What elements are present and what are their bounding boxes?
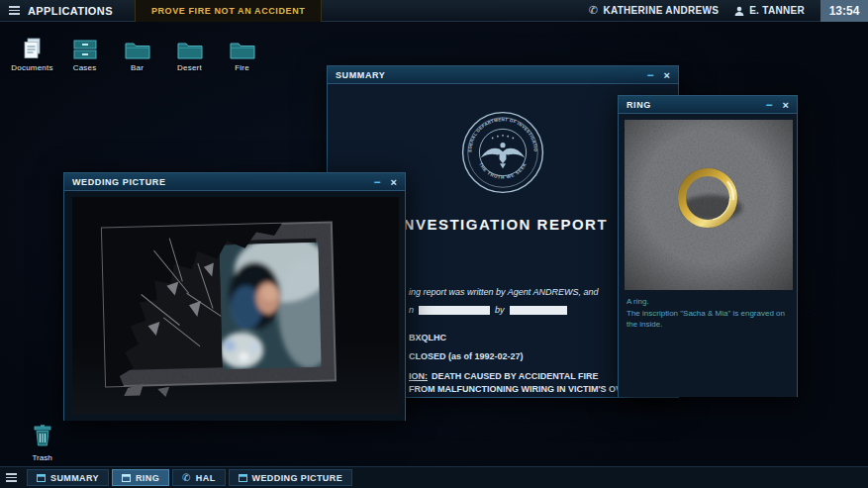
tab-label: HAL: [196, 473, 216, 483]
taskbar-menu-icon[interactable]: [6, 473, 17, 482]
icon-label: Cases: [73, 63, 97, 72]
wedding-picture-window: WEDDING PICTURE − ×: [63, 172, 406, 421]
phone-icon: ✆: [589, 4, 599, 17]
close-icon[interactable]: ×: [391, 174, 397, 190]
conclusion-text: DEATH CAUSED BY ACCIDENTAL FIRE: [432, 371, 599, 381]
person-icon: [734, 6, 744, 16]
wedding-window-body: [64, 191, 405, 421]
report-line-conclusion-2: FROM MALFUNCTIONING WIRING IN VICTIM'S O…: [409, 384, 634, 394]
cases-icon: [73, 36, 97, 59]
ring-window-titlebar[interactable]: RING − ×: [619, 96, 797, 114]
folder-icon: [177, 36, 203, 59]
caption-line: The inscription "Sacha & Mia" is engrave…: [627, 308, 789, 331]
ring-photo: [625, 120, 793, 294]
menu-icon[interactable]: [9, 6, 20, 15]
summary-window-titlebar[interactable]: SUMMARY − ×: [328, 66, 678, 84]
clock: 13:54: [820, 0, 868, 22]
contact-name: KATHERINE ANDREWS: [603, 5, 719, 16]
caption-line: A ring.: [627, 296, 789, 308]
window-icon: [122, 474, 131, 482]
window-icon: [37, 474, 46, 482]
minimize-icon[interactable]: −: [766, 97, 773, 113]
window-title: RING: [627, 100, 756, 110]
desktop-icon-desert[interactable]: Desert: [163, 36, 216, 72]
desktop-icon-fire[interactable]: Fire: [216, 36, 268, 72]
trash-icon-item[interactable]: Trash: [16, 425, 68, 462]
report-line-written-by: ing report was written by Agent ANDREWS,…: [409, 287, 598, 297]
folder-icon: [230, 36, 255, 59]
tab-label: RING: [136, 473, 159, 483]
redacted-text: [510, 306, 567, 315]
tab-label: WEDDING PICTURE: [252, 473, 343, 483]
redacted-text: [419, 306, 490, 315]
taskbar-tab-wedding-picture[interactable]: WEDDING PICTURE: [229, 469, 353, 486]
trash-icon: [34, 425, 51, 450]
taskbar-tab-hal[interactable]: ✆ HAL: [172, 469, 225, 486]
icon-label: Documents: [11, 63, 52, 72]
desktop-icon-row: Documents Cases Bar: [6, 36, 268, 72]
ring-window-body: A ring. The inscription "Sacha & Mia" is…: [619, 114, 797, 397]
applications-label[interactable]: APPLICATIONS: [28, 5, 113, 17]
contact-katherine-andrews[interactable]: ✆ KATHERINE ANDREWS: [589, 4, 719, 17]
icon-label: Bar: [131, 63, 144, 72]
desktop-icon-cases[interactable]: Cases: [58, 36, 111, 72]
desktop: APPLICATIONS PROVE FIRE NOT AN ACCIDENT …: [0, 0, 868, 488]
desktop-icon-documents[interactable]: Documents: [6, 36, 58, 72]
objective-banner[interactable]: PROVE FIRE NOT AN ACCIDENT: [135, 0, 322, 22]
top-bar: APPLICATIONS PROVE FIRE NOT AN ACCIDENT …: [0, 0, 868, 22]
report-line-redacted: nby: [409, 305, 572, 315]
taskbar-tab-summary[interactable]: SUMMARY: [27, 469, 109, 486]
conclusion-label: ION:: [409, 371, 428, 381]
close-icon[interactable]: ×: [783, 97, 789, 113]
minimize-icon[interactable]: −: [647, 67, 654, 83]
close-icon[interactable]: ×: [664, 67, 670, 83]
federal-seal: FEDERAL DEPARTMENT OF INVESTIGATION THE …: [460, 110, 545, 199]
desktop-icon-bar[interactable]: Bar: [111, 36, 163, 72]
seal-ring-text: FEDERAL DEPARTMENT OF INVESTIGATION: [460, 110, 538, 152]
documents-icon: [23, 36, 43, 59]
report-line-conclusion: ION:DEATH CAUSED BY ACCIDENTAL FIRE: [409, 371, 599, 381]
seal-eagle: [481, 135, 526, 168]
icon-label: Fire: [235, 63, 249, 72]
icon-label: Trash: [32, 453, 51, 462]
window-title: SUMMARY: [336, 70, 637, 80]
phone-icon: ✆: [182, 472, 191, 483]
report-line-status: CLOSED (as of 1992-02-27): [409, 351, 524, 361]
ring-window: RING − ×: [618, 95, 798, 397]
wedding-photo: [72, 197, 399, 418]
contact-name: E. TANNER: [749, 5, 805, 16]
icon-label: Desert: [177, 63, 202, 72]
minimize-icon[interactable]: −: [374, 174, 381, 190]
ring-caption: A ring. The inscription "Sacha & Mia" is…: [627, 296, 789, 331]
contact-e-tanner[interactable]: E. TANNER: [734, 5, 805, 16]
svg-text:FEDERAL DEPARTMENT OF INVESTIG: FEDERAL DEPARTMENT OF INVESTIGATION: [460, 110, 538, 152]
window-icon: [239, 474, 247, 482]
wedding-window-titlebar[interactable]: WEDDING PICTURE − ×: [64, 173, 405, 191]
report-fragment: by: [495, 305, 505, 315]
folder-icon: [125, 36, 150, 59]
report-line-case-id: BXQLHC: [409, 333, 446, 342]
window-title: WEDDING PICTURE: [72, 177, 364, 187]
taskbar-tab-ring[interactable]: RING: [112, 469, 169, 486]
tab-label: SUMMARY: [50, 473, 99, 483]
report-fragment: n: [409, 305, 414, 315]
taskbar: SUMMARY RING ✆ HAL WEDDING PICTURE: [0, 466, 868, 488]
objective-text: PROVE FIRE NOT AN ACCIDENT: [151, 6, 305, 16]
